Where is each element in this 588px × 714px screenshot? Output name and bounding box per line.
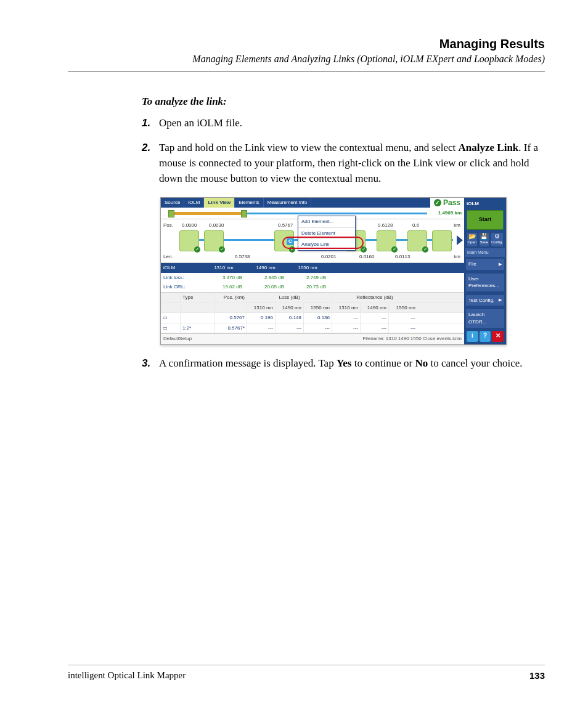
close-button[interactable]: ✕ [492, 331, 504, 342]
save-icon: 💾 [480, 233, 488, 240]
label-link-orl: Link ORL: [161, 282, 203, 292]
tab-iolm[interactable]: iOLM [184, 198, 204, 208]
check-icon: ✓ [434, 199, 441, 206]
step-number: 3. [142, 356, 159, 371]
section-heading: To analyze the link: [142, 94, 545, 110]
unit-km: km [454, 253, 460, 261]
step-text: A confirmation message is displayed. Tap… [159, 356, 545, 371]
info-button[interactable]: i [467, 331, 478, 342]
link-results-table: iOLM 1310 nm 1490 nm 1550 nm Link loss: … [161, 263, 464, 292]
splitter-icon: ▭ [161, 323, 181, 333]
status-filename: Filename: 1310 1490 1550 Close events.io… [362, 335, 462, 343]
term-analyze-link: Analyze Link [459, 142, 519, 153]
event-box[interactable] [377, 230, 396, 251]
help-button[interactable]: ? [480, 331, 491, 342]
status-setup: DefaultSetup [163, 335, 192, 343]
label-link-loss: Link loss: [161, 273, 203, 283]
footer-product: intelligent Optical Link Mapper [68, 670, 186, 681]
header-divider [68, 71, 545, 72]
label-len: Len. [163, 253, 173, 261]
chevron-right-icon: ▶ [499, 297, 502, 303]
step-text: Tap and hold on the Link view to view th… [159, 140, 545, 186]
splitter-icon: ▭ [161, 313, 181, 323]
status-pass: ✓ Pass [430, 198, 464, 208]
step-number: 1. [142, 116, 159, 131]
folder-icon: 📂 [468, 233, 476, 240]
open-button[interactable]: 📂Open [467, 232, 478, 247]
main-menu-header: Main Menu [465, 248, 505, 257]
event-box[interactable] [407, 230, 427, 251]
tab-measurement-info[interactable]: Measurement Info [264, 198, 311, 208]
start-button[interactable]: Start [467, 210, 504, 230]
app-screenshot: Source iOLM Link View Elements Measureme… [160, 197, 507, 344]
step-text: Open an iOLM file. [159, 116, 545, 131]
unit-km: km [454, 222, 460, 229]
tab-bar: Source iOLM Link View Elements Measureme… [161, 198, 464, 208]
close-icon: ✕ [496, 331, 500, 341]
term-no: No [415, 357, 428, 369]
info-icon: i [472, 331, 473, 341]
config-button[interactable]: ⚙Config. [491, 232, 504, 247]
ctx-analyze-link[interactable]: Analyze Link [298, 239, 355, 250]
side-title: iOLM [465, 199, 505, 209]
page-footer: intelligent Optical Link Mapper 133 [68, 665, 545, 681]
help-icon: ? [483, 331, 487, 341]
ctx-add-element[interactable]: Add Element... [298, 216, 355, 228]
event-box[interactable] [179, 230, 199, 251]
tab-source[interactable]: Source [161, 198, 184, 208]
tab-link-view[interactable]: Link View [204, 198, 235, 208]
gear-icon: ⚙ [494, 233, 500, 240]
grid-row[interactable]: ▭ 1:2* 0.5767* --- --- --- --- --- --- [161, 323, 464, 334]
ctx-delete-element[interactable]: Delete Element [298, 228, 355, 240]
event-marker-badge: C [287, 238, 294, 245]
event-box[interactable] [432, 230, 452, 251]
step-number: 2. [142, 140, 159, 186]
link-view-canvas[interactable]: Pos. Len. km km 0.0000 0.0030 0.5767 0.5… [161, 219, 464, 263]
context-menu: Add Element... Delete Element Analyze Li… [298, 216, 356, 251]
step-1: 1. Open an iOLM file. [142, 116, 545, 131]
grid-row[interactable]: ▭ 0.5767 0.196 0.148 0.136 --- --- --- [161, 313, 464, 323]
tab-elements[interactable]: Elements [235, 198, 263, 208]
event-box[interactable] [204, 230, 224, 251]
scroll-right-icon[interactable] [457, 235, 463, 245]
term-yes: Yes [337, 357, 352, 369]
doc-title: Managing Results [68, 37, 545, 51]
side-panel: iOLM Start 📂Open 💾Save ⚙Config. Main Men… [464, 198, 506, 344]
chevron-right-icon: ▶ [499, 261, 502, 267]
menu-file[interactable]: File▶ [465, 258, 505, 270]
label-pos: Pos. [163, 222, 173, 229]
status-bar: DefaultSetup Filename: 1310 1490 1550 Cl… [161, 333, 464, 344]
total-length: 1.4905 km [438, 209, 462, 217]
menu-test-config[interactable]: Test Config.▶ [465, 294, 505, 307]
menu-user-preferences[interactable]: User Preferences... [465, 273, 505, 292]
res-hdr-iolm: iOLM [161, 263, 203, 273]
save-button[interactable]: 💾Save [479, 232, 490, 247]
step-3: 3. A confirmation message is displayed. … [142, 356, 545, 371]
events-grid: Type Pos. (km) Loss (dB) Reflectance (dB… [161, 292, 464, 333]
step-2: 2. Tap and hold on the Link view to view… [142, 140, 545, 186]
menu-launch-otdr[interactable]: Launch OTDR... [465, 309, 505, 328]
footer-page-number: 133 [529, 670, 545, 681]
doc-subtitle: Managing Elements and Analyzing Links (O… [68, 54, 545, 65]
